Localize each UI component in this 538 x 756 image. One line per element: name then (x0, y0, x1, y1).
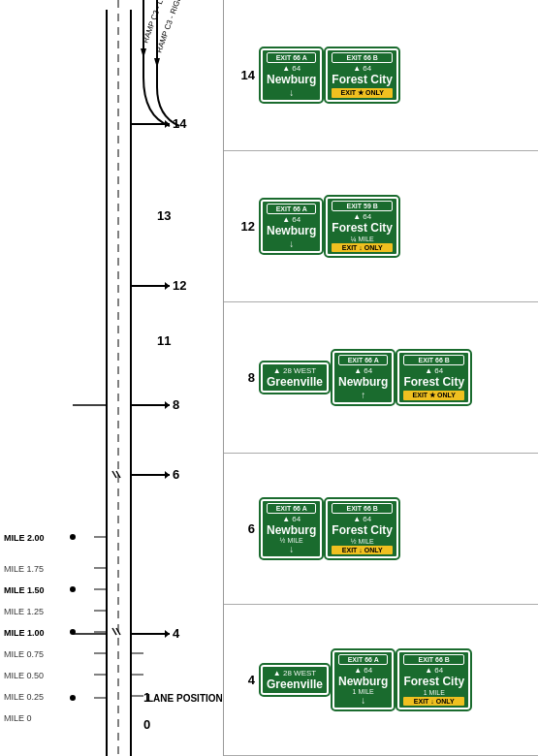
forest-city-sign-8: EXIT 66 B ▲ 64 Forest City EXIT ★ ONLY (397, 351, 470, 403)
svg-text:0: 0 (143, 717, 150, 732)
svg-text:MILE 0.25: MILE 0.25 (4, 692, 44, 702)
newburg-arrow-6: ↓ (267, 544, 316, 554)
newburg-sign-12: EXIT 66 A ▲ 64 Newburg ↓ (261, 200, 322, 252)
svg-text:MILE 1.25: MILE 1.25 (4, 607, 44, 616)
svg-marker-18 (165, 401, 170, 409)
newburg-label-4: Newburg (338, 675, 388, 688)
newburg-label-14: Newburg (267, 73, 316, 86)
exit-only-bar-4: EXIT ↓ ONLY (403, 697, 464, 706)
road-diagram: RAMP C2 - LEFT RAMP C3 - RIGHT 14 13 12 … (0, 0, 223, 756)
svg-line-34 (112, 471, 116, 478)
svg-point-26 (70, 629, 76, 635)
exit-tab-66b-8: EXIT 66 B (403, 355, 464, 365)
newburg-label-12: Newburg (267, 224, 316, 237)
newburg-sign-8: EXIT 66 A ▲ 64 Newburg ↑ (332, 351, 394, 403)
forest-city-sub-12: ¼ MILE (332, 236, 393, 242)
svg-text:MILE 0.75: MILE 0.75 (4, 649, 44, 659)
newburg-arrow-4: ↓ (338, 695, 388, 706)
exit-tab-59b-12: EXIT 59 B (332, 201, 393, 211)
svg-point-27 (70, 586, 76, 592)
exit-tab-66b-6: EXIT 66 B (332, 503, 393, 514)
forest-city-sign-14: EXIT 66 B ▲ 64 Forest City EXIT ★ ONLY (326, 48, 398, 101)
newburg-sub-4: 1 MILE (338, 688, 388, 695)
forest-city-sign-4: EXIT 66 B ▲ 64 Forest City 1 MILE EXIT ↓… (397, 650, 470, 709)
newburg-sign-6: EXIT 66 A ▲ 64 Newburg ½ MILE ↓ (261, 499, 322, 558)
forest-city-sign-6: EXIT 66 B ▲ 64 Forest City ½ MILE EXIT ↓… (326, 499, 398, 557)
svg-text:MILE 0.50: MILE 0.50 (4, 671, 44, 680)
svg-text:LANE POSITION: LANE POSITION (147, 693, 223, 704)
exit-tab-66a-14: EXIT 66 A (267, 52, 316, 63)
forest-city-sub-4: 1 MILE (403, 689, 464, 696)
signs-8: ▲ 28 WEST Greenville EXIT 66 A ▲ 64 Newb… (261, 351, 470, 403)
sign-row-8: 8 ▲ 28 WEST Greenville EXIT 66 A ▲ 64 Ne… (224, 302, 538, 454)
sign-panel: 14 EXIT 66 A ▲ 64 Newburg ↓ EXIT 66 B ▲ … (223, 0, 538, 756)
signs-6: EXIT 66 A ▲ 64 Newburg ½ MILE ↓ EXIT 66 … (261, 499, 398, 558)
signs-4: ▲ 28 WEST Greenville EXIT 66 A ▲ 64 Newb… (261, 650, 470, 709)
newburg-arrow-14: ↓ (267, 87, 316, 98)
sign-row-4: 4 ▲ 28 WEST Greenville EXIT 66 A ▲ 64 Ne… (224, 605, 538, 756)
forest-city-label-6: Forest City (332, 523, 393, 537)
newburg-arrow-12: ↓ (267, 238, 316, 249)
exit-tab-66b-4: EXIT 66 B (403, 654, 464, 665)
svg-text:4: 4 (173, 626, 180, 641)
svg-text:13: 13 (157, 208, 171, 223)
exit-only-bar-8: EXIT ★ ONLY (403, 391, 464, 400)
svg-marker-21 (165, 471, 170, 479)
newburg-label-6: Newburg (267, 523, 316, 537)
svg-marker-14 (165, 120, 170, 128)
row-label-14: 14 (228, 68, 255, 82)
row-label-4: 4 (228, 673, 255, 687)
greenville-sign-4: ▲ 28 WEST Greenville (261, 665, 329, 695)
newburg-sign-4: EXIT 66 A ▲ 64 Newburg 1 MILE ↓ (332, 650, 394, 709)
svg-text:14: 14 (173, 116, 187, 131)
row-label-12: 12 (228, 219, 255, 234)
forest-city-sub-6: ½ MILE (332, 538, 393, 545)
row-label-8: 8 (228, 370, 255, 385)
exit-tab-66a-8: EXIT 66 A (338, 355, 388, 365)
svg-text:MILE 1.75: MILE 1.75 (4, 564, 44, 574)
exit-only-bar-14: EXIT ★ ONLY (332, 88, 393, 98)
signs-12: EXIT 66 A ▲ 64 Newburg ↓ EXIT 59 B ▲ 64 … (261, 197, 398, 255)
svg-text:MILE 0: MILE 0 (4, 713, 32, 723)
greenville-label-4: Greenville (267, 677, 323, 691)
svg-point-28 (70, 534, 76, 540)
newburg-arrow-8: ↑ (338, 390, 388, 400)
svg-marker-12 (154, 58, 160, 68)
svg-marker-11 (141, 48, 146, 58)
sign-row-14: 14 EXIT 66 A ▲ 64 Newburg ↓ EXIT 66 B ▲ … (224, 0, 538, 151)
newburg-sub-6: ½ MILE (267, 537, 316, 544)
newburg-sign-14: EXIT 66 A ▲ 64 Newburg ↓ (261, 48, 322, 101)
forest-city-label-12: Forest City (332, 221, 393, 235)
forest-city-label-14: Forest City (332, 73, 393, 86)
sign-row-6: 6 EXIT 66 A ▲ 64 Newburg ½ MILE ↓ EXIT 6… (224, 454, 538, 605)
greenville-sign-8: ▲ 28 WEST Greenville (261, 362, 329, 393)
svg-text:MILE 2.00: MILE 2.00 (4, 533, 45, 543)
greenville-label-8: Greenville (267, 375, 323, 389)
exit-tab-66a-6: EXIT 66 A (267, 503, 316, 514)
signs-14: EXIT 66 A ▲ 64 Newburg ↓ EXIT 66 B ▲ 64 … (261, 48, 398, 101)
exit-only-bar-6: EXIT ↓ ONLY (332, 546, 393, 554)
svg-text:8: 8 (173, 397, 179, 412)
svg-text:MILE 1.00: MILE 1.00 (4, 628, 45, 638)
svg-marker-16 (165, 282, 170, 290)
svg-text:MILE 1.50: MILE 1.50 (4, 585, 45, 595)
svg-text:12: 12 (173, 278, 186, 293)
forest-city-label-4: Forest City (403, 675, 464, 688)
svg-line-32 (112, 628, 116, 635)
svg-marker-23 (165, 630, 170, 638)
svg-text:11: 11 (157, 333, 171, 348)
exit-tab-66a-4: EXIT 66 A (338, 654, 388, 665)
exit-only-bar-12: EXIT ↓ ONLY (332, 243, 393, 252)
row-label-6: 6 (228, 521, 255, 536)
forest-city-label-8: Forest City (403, 375, 464, 389)
newburg-label-8: Newburg (338, 375, 388, 389)
svg-point-25 (70, 695, 76, 701)
forest-city-sign-12: EXIT 59 B ▲ 64 Forest City ¼ MILE EXIT ↓… (326, 197, 398, 255)
exit-tab-66a-12: EXIT 66 A (267, 204, 316, 214)
sign-row-12: 12 EXIT 66 A ▲ 64 Newburg ↓ EXIT 59 B ▲ … (224, 151, 538, 302)
exit-tab-66b-14: EXIT 66 B (332, 52, 393, 63)
svg-text:6: 6 (173, 467, 179, 482)
